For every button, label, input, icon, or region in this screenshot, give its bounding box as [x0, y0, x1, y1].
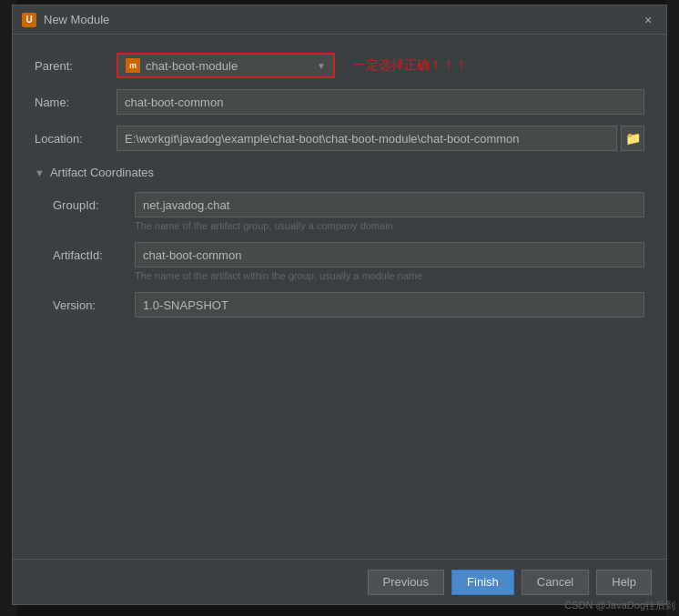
browse-button[interactable]: 📁 [621, 126, 644, 151]
name-input[interactable] [117, 89, 644, 115]
artifactid-hint: The name of the artifact within the grou… [135, 270, 644, 281]
location-label: Location: [35, 132, 117, 146]
version-input[interactable] [135, 292, 644, 318]
cancel-button[interactable]: Cancel [522, 570, 589, 595]
parent-label: Parent: [35, 59, 117, 73]
chevron-down-icon: ▼ [317, 61, 326, 71]
module-icon: m [126, 58, 140, 73]
location-wrapper: 📁 [117, 126, 644, 151]
collapse-icon: ▼ [35, 167, 45, 178]
previous-button[interactable]: Previous [368, 570, 445, 595]
name-label: Name: [35, 96, 117, 109]
location-row: Location: 📁 [35, 126, 644, 151]
parent-row: Parent: m chat-boot-module ▼ 一定选择正确！！！ [35, 53, 644, 78]
parent-dropdown[interactable]: m chat-boot-module ▼ [117, 53, 335, 78]
groupid-main: GroupId: [53, 192, 644, 217]
title-bar: U New Module × [13, 5, 666, 35]
artifact-coordinates-label: Artifact Coordinates [50, 166, 154, 179]
watermark: CSDN @JavaDog往后到 [564, 599, 675, 612]
location-input[interactable] [117, 126, 617, 151]
new-module-dialog: U New Module × Parent: m chat-boot-modul… [12, 5, 667, 605]
version-row: Version: [53, 292, 644, 318]
help-button[interactable]: Help [596, 570, 652, 595]
groupid-row: GroupId: The name of the artifact group,… [53, 192, 644, 231]
app-icon: U [22, 13, 36, 27]
name-row: Name: [35, 89, 644, 115]
dialog-overlay: U New Module × Parent: m chat-boot-modul… [0, 0, 679, 616]
parent-value: chat-boot-module [146, 59, 313, 73]
groupid-label: GroupId: [53, 198, 135, 212]
close-button[interactable]: × [639, 11, 657, 29]
parent-wrapper: m chat-boot-module ▼ 一定选择正确！！！ [117, 53, 644, 78]
dialog-footer: Previous Finish Cancel Help [13, 559, 666, 604]
artifact-fields: GroupId: The name of the artifact group,… [35, 192, 644, 328]
annotation-text: 一定选择正确！！！ [353, 57, 468, 74]
artifactid-label: ArtifactId: [53, 248, 135, 262]
folder-icon: 📁 [625, 131, 641, 146]
artifactid-input[interactable] [135, 242, 644, 268]
artifactid-main: ArtifactId: [53, 242, 644, 268]
version-main: Version: [53, 292, 644, 318]
artifactid-row: ArtifactId: The name of the artifact wit… [53, 242, 644, 281]
groupid-hint: The name of the artifact group, usually … [135, 220, 644, 231]
finish-button[interactable]: Finish [451, 570, 514, 595]
version-label: Version: [53, 298, 135, 312]
artifact-coordinates-section[interactable]: ▼ Artifact Coordinates [35, 166, 644, 179]
dialog-title: New Module [44, 13, 639, 26]
groupid-input[interactable] [135, 192, 644, 217]
dialog-body: Parent: m chat-boot-module ▼ 一定选择正确！！！ N… [13, 35, 666, 559]
